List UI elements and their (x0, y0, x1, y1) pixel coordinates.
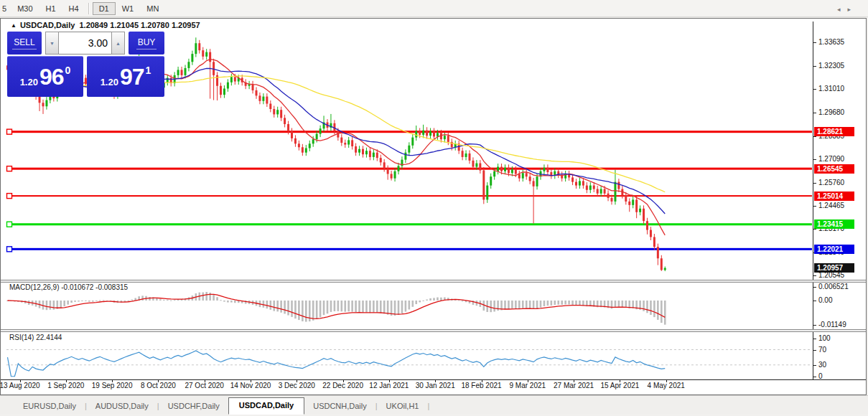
date-axis-tick (389, 379, 390, 382)
price-axis-label: 70 (818, 346, 826, 354)
triangle-up-icon: ▲ (116, 41, 121, 46)
price-axis-label: 0.006521 (818, 283, 849, 291)
timeframe-button-5[interactable]: 5 (0, 2, 11, 15)
collapse-triangle-icon[interactable]: ▲ (11, 22, 17, 29)
price-axis-label: 1.33635 (818, 38, 844, 47)
ask-price-pip: 1 (146, 65, 151, 76)
date-axis-tick (343, 379, 344, 382)
horizontal-line-1.23415[interactable] (6, 223, 812, 225)
horizontal-line-1.26545[interactable] (6, 168, 812, 170)
line-handle-icon[interactable] (7, 247, 12, 252)
volume-stepper: ▼ ▲ (45, 32, 125, 55)
chart-tab-usdcad[interactable]: USDCAD,Daily (228, 397, 304, 415)
price-level-badge: 1.20957 (814, 263, 854, 273)
price-axis-label: 1.24465 (818, 202, 844, 210)
one-click-trading-panel: SELL ▼ ▲ BUY 1.20960 1.20971 (7, 32, 164, 96)
date-axis-line (1, 379, 866, 380)
line-handle-icon[interactable] (7, 222, 12, 227)
tab-separator: | (427, 402, 429, 414)
bid-price-main: 96 (39, 64, 64, 90)
line-handle-icon[interactable] (7, 166, 12, 171)
chart-tab-eurusd[interactable]: EURUSD,Daily (14, 399, 85, 414)
ask-price-button[interactable]: 1.20971 (87, 56, 164, 97)
date-axis-tick (620, 379, 620, 382)
timeframe-button-m30[interactable]: M30 (11, 2, 39, 15)
horizontal-line-1.25014[interactable] (6, 195, 812, 197)
tab-scroll-right-icon[interactable]: ▸ (847, 6, 858, 13)
date-axis-tick (251, 379, 251, 382)
pane-splitter-macd[interactable] (1, 280, 866, 283)
axis-tick (813, 66, 816, 67)
macd-signal-line (8, 294, 666, 318)
date-axis-label: 12 Jan 2021 (369, 382, 409, 389)
horizontal-line-1.22021[interactable] (6, 248, 812, 250)
price-level-badge: 1.26545 (814, 164, 854, 174)
date-axis-label: 4 May 2021 (648, 382, 685, 389)
axis-tick (813, 301, 816, 301)
chart-tab-audusd[interactable]: AUDUSD,Daily (87, 399, 157, 414)
price-level-badge: 1.28621 (814, 127, 854, 136)
date-axis-label: 14 Nov 2020 (230, 382, 271, 389)
axis-tick (813, 42, 816, 43)
date-axis-label: 1 Sep 2020 (47, 382, 84, 389)
chart-tab-ukoil[interactable]: UKOil,H1 (378, 399, 428, 414)
date-axis-tick (66, 379, 67, 382)
date-axis-tick (666, 379, 667, 382)
date-axis-label: 8 Oct 2020 (141, 382, 176, 389)
date-axis-tick (482, 379, 482, 382)
timeframe-button-h1[interactable]: H1 (39, 2, 62, 15)
price-level-badge: 1.22021 (814, 245, 854, 254)
rsi-indicator-label: RSI(14) 22.4144 (9, 334, 62, 341)
price-level-badge: 1.23415 (814, 219, 854, 229)
date-axis-label: 30 Jan 2021 (416, 382, 455, 389)
macd-indicator-label: MACD(12,26,9) -0.010672 -0.008315 (9, 283, 128, 291)
pane-splitter-rsi[interactable] (1, 329, 866, 332)
date-axis-tick (20, 379, 21, 382)
price-axis-label: 1.25760 (818, 179, 844, 187)
buy-button[interactable]: BUY (129, 32, 164, 55)
timeframe-button-mn[interactable]: MN (140, 2, 165, 15)
date-axis-tick (528, 379, 528, 382)
ask-price-main: 97 (120, 64, 144, 90)
date-axis-label: 13 Aug 2020 (0, 382, 40, 389)
triangle-down-icon: ▼ (50, 41, 55, 46)
price-axis-label: 0 (818, 372, 823, 381)
price-axis-label: -0.01149 (818, 321, 846, 329)
volume-increase-button[interactable]: ▲ (111, 32, 125, 55)
price-axis-label: 1.27090 (818, 155, 844, 164)
volume-decrease-button[interactable]: ▼ (45, 32, 59, 55)
timeframe-button-w1[interactable]: W1 (116, 2, 141, 15)
axis-tick (813, 325, 816, 326)
date-axis-tick (297, 379, 297, 382)
axis-tick (813, 89, 816, 90)
axis-tick (813, 206, 816, 207)
timeframe-toolbar: 5M30H1H4D1W1MN (0, 0, 868, 17)
date-axis-label: 19 Sep 2020 (92, 382, 133, 389)
date-axis-label: 27 Mar 2021 (554, 382, 594, 389)
date-axis-tick (574, 379, 574, 382)
volume-input[interactable] (59, 32, 111, 55)
chart-title: ▲USDCAD,Daily 1.20849 1.21045 1.20780 1.… (11, 21, 200, 29)
date-axis-label: 18 Feb 2021 (461, 382, 501, 389)
sell-button[interactable]: SELL (7, 32, 42, 55)
chart-tab-usdchf[interactable]: USDCHF,Daily (159, 399, 228, 414)
bid-price-button[interactable]: 1.20960 (7, 56, 83, 97)
date-axis-label: 3 Dec 2020 (279, 382, 315, 389)
timeframe-button-d1[interactable]: D1 (93, 2, 116, 15)
chart-tab-usdcnh[interactable]: USDCNH,Daily (304, 399, 375, 414)
price-axis-label: 1.32305 (818, 62, 844, 70)
date-axis-tick (205, 379, 205, 382)
chart-symbol-period: USDCAD,Daily (20, 21, 75, 29)
date-axis-tick (435, 379, 436, 382)
chart-ohlc-values: 1.20849 1.21045 1.20780 1.20957 (79, 21, 200, 29)
axis-tick (813, 365, 816, 366)
horizontal-line-1.28621[interactable] (6, 131, 812, 133)
axis-tick (813, 159, 816, 160)
tab-scroll-left-icon[interactable]: ◂ (837, 6, 848, 13)
date-axis-label: 27 Oct 2020 (185, 382, 223, 389)
axis-tick (813, 183, 816, 184)
timeframe-button-h4[interactable]: H4 (62, 2, 85, 15)
line-handle-icon[interactable] (7, 129, 12, 134)
line-handle-icon[interactable] (7, 194, 12, 199)
axis-tick (813, 113, 816, 113)
